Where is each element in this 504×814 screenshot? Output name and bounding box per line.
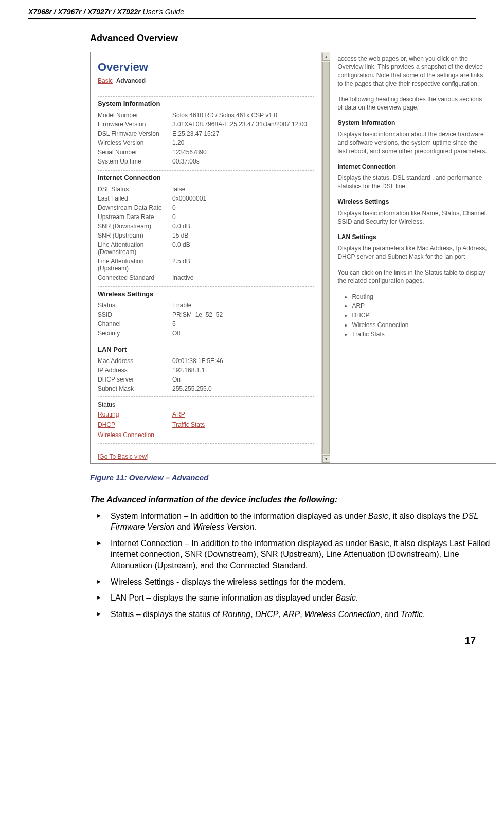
status-link-wireless[interactable]: Wireless Connection [98, 431, 154, 439]
list-item: Wireless Settings - displays the wireles… [90, 576, 491, 588]
table-row: Mac Address00:01:38:1F:5E:46 [98, 356, 314, 366]
wireless-table: StatusEnable SSIDPRISM_1e_52_52 Channel5… [98, 301, 314, 338]
help-text: The following heading describes the vari… [337, 95, 489, 112]
list-item: LAN Port – displays the same information… [90, 592, 491, 604]
status-link-arp[interactable]: ARP [172, 411, 185, 418]
help-text: Displays basic information like Name, St… [337, 209, 489, 226]
table-row: StatusEnable [98, 301, 314, 310]
divider [98, 443, 314, 444]
table-row: Line Attentuation (Upstream)2.5 dB [98, 257, 314, 273]
status-link-routing[interactable]: Routing [98, 411, 172, 418]
table-row: Upstream Data Rate0 [98, 212, 314, 222]
go-basic-link[interactable]: [Go To Basic view] [98, 453, 148, 460]
table-row: Model NumberSolos 4610 RD / Solos 461x C… [98, 111, 314, 120]
figure-caption: Figure 11: Overview – Advanced [90, 473, 476, 482]
status-link-dhcp[interactable]: DHCP [98, 421, 172, 428]
tab-basic[interactable]: Basic [98, 77, 113, 84]
header-bar: X7968r / X7967r / X7927r / X7922r User's… [28, 8, 476, 19]
overview-heading: Overview [98, 61, 314, 74]
help-text: Displays the status, DSL standard , and … [337, 174, 489, 190]
header-models: X7968r / X7967r / X7927r / X7922r [28, 8, 141, 16]
table-row: IP Address192.168.1.1 [98, 366, 314, 375]
table-row: SSIDPRISM_1e_52_52 [98, 310, 314, 319]
sysinfo-table: Model NumberSolos 4610 RD / Solos 461x C… [98, 111, 314, 166]
help-heading: Wireless Settings [337, 197, 489, 206]
divider [98, 92, 314, 92]
table-row: SecurityOff [98, 329, 314, 338]
help-text: Displays basic information about the dev… [337, 130, 489, 155]
scrollbar[interactable]: ▴ ▾ [321, 52, 330, 463]
table-row: System Up time00:37:00s [98, 157, 314, 166]
table-row: DSL Firmware VersionE.25.23.47 15:27 [98, 129, 314, 138]
section-title: Advanced Overview [90, 33, 476, 44]
list-item: ARP [352, 301, 489, 311]
right-pane: access the web pages or, when you click … [330, 52, 496, 463]
page: X7968r / X7967r / X7927r / X7922r User's… [0, 0, 504, 657]
status-row: DHCP Traffic Stats [98, 420, 314, 430]
screenshot: Overview Basic Advanced System Informati… [90, 52, 496, 464]
list-item: System Information – In addition to the … [90, 511, 491, 533]
inet-heading: Internet Connection [98, 170, 314, 182]
help-text: Displays the parameters like Mac Address… [337, 244, 489, 261]
page-number: 17 [28, 635, 476, 646]
scroll-down-icon[interactable]: ▾ [322, 455, 330, 463]
help-text: access the web pages or, when you click … [337, 55, 489, 88]
table-row: Serial Number1234567890 [98, 148, 314, 157]
lead-text: The Advanced information of the device i… [90, 494, 491, 505]
list-item: DHCP [352, 311, 489, 320]
table-row: Channel5 [98, 319, 314, 329]
body-text: The Advanced information of the device i… [90, 494, 491, 620]
table-row: Line Attentuation (Downstream)0.0 dB [98, 240, 314, 257]
status-row: Routing ARP [98, 409, 314, 420]
wireless-heading: Wireless Settings [98, 286, 314, 298]
status-heading-row: Status [98, 400, 314, 409]
table-row: Last Failed0x00000001 [98, 194, 314, 203]
table-row: SNR (Downstream)0.0 dB [98, 222, 314, 231]
scroll-up-icon[interactable]: ▴ [322, 53, 330, 61]
table-row: Subnet Mask255.255.255.0 [98, 384, 314, 393]
help-heading: System Information [337, 119, 489, 127]
table-row: SNR (Upstream)15 dB [98, 231, 314, 240]
table-row: Firmware Version3.01XAT08.7968A-E.25.23.… [98, 120, 314, 129]
status-row: Wireless Connection [98, 430, 314, 440]
sysinfo-heading: System Information [98, 96, 314, 107]
table-row: DHCP serverOn [98, 375, 314, 384]
help-heading: LAN Settings [337, 233, 489, 241]
inet-table: DSL Statusfalse Last Failed0x00000001 Do… [98, 185, 314, 282]
table-row: Downstream Data Rate0 [98, 203, 314, 212]
lan-table: Mac Address00:01:38:1F:5E:46 IP Address1… [98, 356, 314, 393]
lan-heading: LAN Port [98, 342, 314, 353]
table-row: Connected StandardInactive [98, 273, 314, 282]
list-item: Internet Connection – In addition to the… [90, 538, 491, 571]
list-item: Wireless Connection [352, 320, 489, 330]
tabs: Basic Advanced [98, 77, 314, 84]
list-item: Routing [352, 292, 489, 301]
list-item: Status – displays the status of Routing,… [90, 609, 491, 620]
left-pane: Overview Basic Advanced System Informati… [91, 52, 321, 463]
help-text: You can click on the links in the Status… [337, 268, 489, 285]
table-row: Wireless Version1.20 [98, 138, 314, 148]
tab-advanced[interactable]: Advanced [116, 77, 146, 84]
body-list: System Information – In addition to the … [90, 511, 491, 620]
scroll-thumb[interactable] [322, 62, 330, 454]
help-heading: Internet Connection [337, 162, 489, 171]
list-item: Traffic Stats [352, 330, 489, 339]
divider [98, 396, 314, 397]
help-bullets: Routing ARP DHCP Wireless Connection Tra… [352, 292, 489, 339]
header-guide: User's Guide [141, 8, 184, 16]
status-link-traffic[interactable]: Traffic Stats [172, 421, 205, 428]
table-row: DSL Statusfalse [98, 185, 314, 194]
